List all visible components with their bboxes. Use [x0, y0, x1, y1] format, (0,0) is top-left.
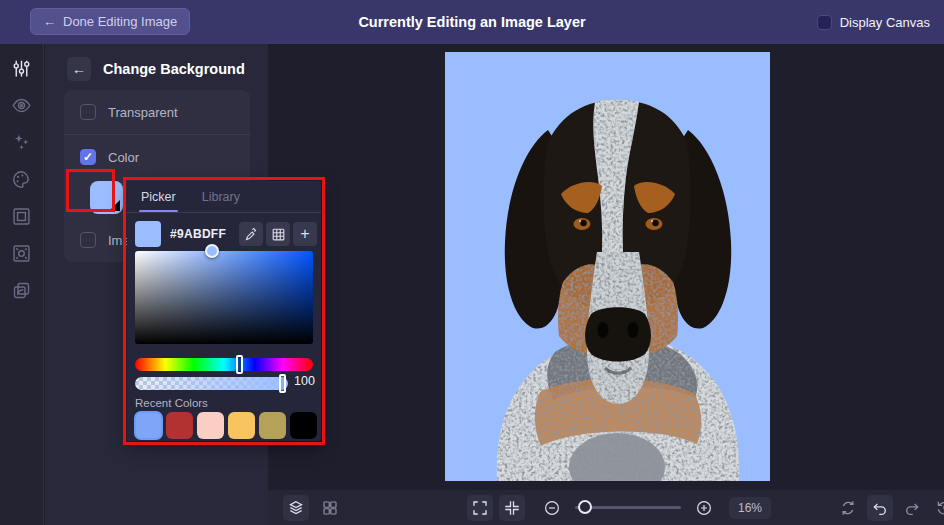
display-canvas-toggle[interactable]: Display Canvas — [817, 0, 930, 44]
panel-title: Change Background — [103, 61, 245, 77]
grid-icon — [321, 499, 339, 517]
selected-color-preview — [135, 221, 161, 247]
opacity-slider[interactable] — [135, 377, 288, 390]
undo-button[interactable] — [867, 495, 893, 521]
option-color[interactable]: ✓ Color — [64, 135, 250, 179]
back-arrow-icon: ← — [43, 14, 56, 29]
hue-handle[interactable] — [236, 355, 243, 374]
sidebar-tool-effects[interactable] — [7, 130, 37, 154]
fit-screen-button[interactable] — [467, 495, 493, 521]
opacity-handle[interactable] — [279, 374, 286, 393]
swatch-grid-icon — [271, 227, 286, 242]
app-root: ← Done Editing Image Currently Editing a… — [0, 0, 944, 525]
history-button[interactable] — [931, 495, 944, 521]
recent-color-swatch[interactable] — [290, 412, 317, 439]
sidebar-tool-adjust[interactable] — [7, 56, 37, 80]
color-checkbox[interactable]: ✓ — [80, 149, 96, 165]
zoom-slider[interactable] — [575, 506, 681, 509]
sidebar-tool-palette[interactable] — [7, 167, 37, 191]
saturation-value-handle[interactable] — [205, 244, 219, 258]
zoom-out-button[interactable] — [539, 495, 565, 521]
recent-color-swatch[interactable] — [197, 412, 224, 439]
tool-sidebar — [0, 44, 44, 525]
dog-image — [445, 52, 770, 481]
done-editing-button[interactable]: ← Done Editing Image — [30, 8, 190, 35]
recent-color-swatch[interactable] — [228, 412, 255, 439]
redo-icon — [903, 499, 921, 517]
recent-color-swatch[interactable] — [166, 412, 193, 439]
picker-corner-icon — [109, 200, 120, 211]
frame-icon — [11, 206, 32, 227]
panel-header: ← Change Background — [45, 44, 268, 81]
transparent-label: Transparent — [108, 105, 178, 120]
duplicate-icon — [11, 280, 32, 301]
undo-icon — [871, 499, 889, 517]
recent-colors-row — [135, 412, 317, 439]
redo-button[interactable] — [899, 495, 925, 521]
eye-icon — [11, 95, 32, 116]
bottom-toolbar: 16% — [268, 490, 944, 525]
tab-library[interactable]: Library — [202, 190, 240, 212]
zoom-in-button[interactable] — [691, 495, 717, 521]
tab-picker[interactable]: Picker — [141, 190, 176, 212]
picker-tabs: Picker Library — [127, 181, 321, 213]
history-icon — [935, 499, 944, 517]
image-canvas[interactable] — [445, 52, 770, 481]
shrink-icon — [503, 499, 521, 517]
grid-view-button[interactable] — [317, 495, 343, 521]
current-color-swatch[interactable] — [90, 181, 123, 214]
done-editing-label: Done Editing Image — [63, 14, 177, 29]
sidebar-tool-frame[interactable] — [7, 204, 37, 228]
sync-button[interactable] — [835, 495, 861, 521]
recent-colors-label: Recent Colors — [135, 397, 208, 409]
option-transparent[interactable]: Transparent — [64, 90, 250, 134]
canvas-area — [268, 44, 944, 490]
layers-icon — [287, 499, 305, 517]
eyedropper-icon — [244, 227, 259, 242]
topbar: ← Done Editing Image Currently Editing a… — [0, 0, 944, 44]
zoom-slider-handle[interactable] — [578, 500, 592, 514]
color-label: Color — [108, 150, 139, 165]
panel-back-button[interactable]: ← — [67, 57, 91, 81]
color-picker-popup: Picker Library #9ABDFF + — [127, 181, 321, 441]
swatch-grid-button[interactable] — [266, 222, 290, 246]
zoom-out-icon — [543, 499, 561, 517]
canvas-texture-icon — [11, 243, 32, 264]
image-checkbox[interactable] — [80, 232, 96, 248]
hex-value[interactable]: #9ABDFF — [170, 227, 226, 241]
sparkles-icon — [11, 132, 32, 153]
sync-icon — [839, 499, 857, 517]
zoom-in-icon — [695, 499, 713, 517]
recent-color-swatch[interactable] — [259, 412, 286, 439]
shrink-button[interactable] — [499, 495, 525, 521]
hue-slider[interactable] — [135, 358, 313, 371]
palette-icon — [11, 169, 32, 190]
eyedropper-button[interactable] — [239, 222, 263, 246]
adjust-sliders-icon — [11, 58, 32, 79]
opacity-value: 100 — [294, 374, 315, 388]
sidebar-tool-texture[interactable] — [7, 241, 37, 265]
fit-screen-icon — [471, 499, 489, 517]
sidebar-tool-eye[interactable] — [7, 93, 37, 117]
sidebar-tool-duplicate[interactable] — [7, 278, 37, 302]
recent-color-swatch[interactable] — [135, 412, 162, 439]
display-canvas-label: Display Canvas — [840, 15, 930, 30]
layers-button[interactable] — [283, 495, 309, 521]
hex-row: #9ABDFF + — [135, 221, 317, 247]
zoom-percentage[interactable]: 16% — [729, 497, 771, 519]
transparent-checkbox[interactable] — [80, 104, 96, 120]
add-color-button[interactable]: + — [293, 222, 317, 246]
display-canvas-checkbox[interactable] — [817, 15, 832, 30]
saturation-value-area[interactable] — [135, 251, 313, 344]
